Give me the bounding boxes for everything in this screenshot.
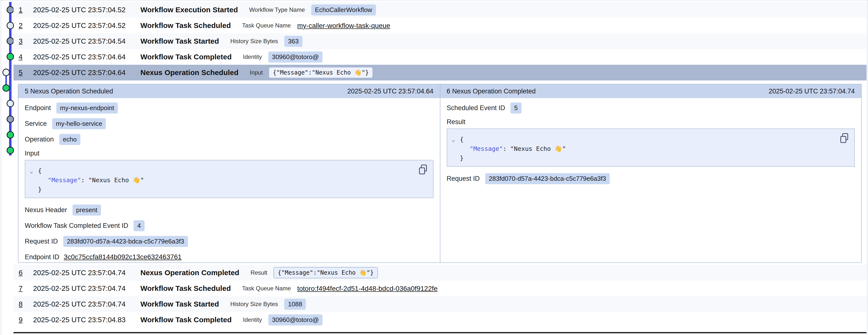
event-name: Workflow Task Scheduled <box>141 284 231 292</box>
timeline-dot-event-1[interactable] <box>7 6 14 13</box>
event-name: Nexus Operation Completed <box>141 269 239 277</box>
event-timestamp: 2025-02-25 UTC 23:57:04.52 <box>33 6 141 14</box>
event-field-label: Identity <box>243 53 262 60</box>
timeline-dot-event-7[interactable] <box>7 100 14 107</box>
field-label: Service <box>25 120 47 128</box>
request-id-badge: 283fd070-d57a-4423-bdca-c5c779e6a3f3 <box>485 173 610 184</box>
event-field-label: Workflow Type Name <box>249 6 305 13</box>
event-id-link[interactable]: 7 <box>19 284 27 292</box>
wtce-id-badge: 4 <box>133 220 144 231</box>
endpoint-field: Endpoint my-nexus-endpoint <box>25 102 434 114</box>
detail-timestamp: 2025-02-25 UTC 23:57:04.64 <box>347 88 433 95</box>
event-row-6[interactable]: 6 2025-02-25 UTC 23:57:04.74 Nexus Opera… <box>13 265 867 281</box>
detail-header-completed: 6 Nexus Operation Completed 2025-02-25 U… <box>440 84 861 98</box>
request-id-badge: 283fd070-d57a-4423-bdca-c5c779e6a3f3 <box>63 236 188 247</box>
detail-body-scheduled: Endpoint my-nexus-endpoint Service my-he… <box>19 98 440 267</box>
service-badge: my-hello-service <box>52 118 106 129</box>
copy-icon[interactable] <box>839 133 850 144</box>
field-label: Endpoint <box>25 104 51 112</box>
event-timestamp: 2025-02-25 UTC 23:57:04.83 <box>33 316 141 324</box>
detail-title: 6 Nexus Operation Completed <box>447 88 536 95</box>
endpoint-id-link[interactable]: 3c0c75ccfa8144b092c13ce632463761 <box>64 253 182 261</box>
event-name: Workflow Task Completed <box>141 316 231 324</box>
field-label: Operation <box>25 136 54 143</box>
detail-title: 5 Nexus Operation Scheduled <box>25 88 113 95</box>
chevron-down-icon[interactable]: ⌄ <box>30 166 33 175</box>
field-label: Workflow Task Completed Event ID <box>25 222 128 229</box>
event-field-label: Identity <box>243 316 262 323</box>
detail-panel-scheduled: 5 Nexus Operation Scheduled 2025-02-25 U… <box>19 84 440 262</box>
timeline-dot-event-2[interactable] <box>7 22 14 29</box>
detail-panel-completed: 6 Nexus Operation Completed 2025-02-25 U… <box>440 84 861 262</box>
workflow-type-badge: EchoCallerWorkflow <box>311 4 376 16</box>
operation-field: Operation echo <box>25 133 434 145</box>
event-name: Nexus Operation Scheduled <box>141 68 239 77</box>
json-open-brace: { <box>447 135 855 144</box>
event-id-link[interactable]: 5 <box>19 69 27 77</box>
task-queue-link[interactable]: totoro:f494fecf-2d51-4d48-bdcd-036a0f912… <box>297 285 438 292</box>
timeline-dot-event-5[interactable] <box>2 69 10 76</box>
field-label: Scheduled Event ID <box>447 104 505 112</box>
event-field-label: History Size Bytes <box>230 301 278 308</box>
event-row-7[interactable]: 7 2025-02-25 UTC 23:57:04.74 Workflow Ta… <box>13 281 867 296</box>
timeline-dot-event-6[interactable] <box>2 84 10 92</box>
endpoint-id-field: Endpoint ID 3c0c75ccfa8144b092c13ce63246… <box>25 251 434 263</box>
event-row-3[interactable]: 3 2025-02-25 UTC 23:57:04.54 Workflow Ta… <box>13 33 867 49</box>
timeline-dot-event-4[interactable] <box>7 53 14 60</box>
event-id-link[interactable]: 1 <box>19 6 27 14</box>
event-row-4[interactable]: 4 2025-02-25 UTC 23:57:04.64 Workflow Ta… <box>13 49 867 65</box>
event-timestamp: 2025-02-25 UTC 23:57:04.64 <box>33 53 141 61</box>
event-row-2[interactable]: 2 2025-02-25 UTC 23:57:04.52 Workflow Ta… <box>13 18 867 33</box>
field-label: Endpoint ID <box>25 253 59 261</box>
json-key: "Message" <box>48 176 81 184</box>
json-message-line: "Message": "Nexus Echo 👋" <box>447 144 855 153</box>
event-id-link[interactable]: 9 <box>19 316 27 324</box>
identity-badge: 30960@totoro@ <box>268 314 323 326</box>
scheduled-event-id-field: Scheduled Event ID 5 <box>447 102 855 114</box>
input-json-viewer: ⌄ { "Message": "Nexus Echo 👋" } <box>25 160 434 198</box>
event-detail-panel: 5 Nexus Operation Scheduled 2025-02-25 U… <box>18 84 862 263</box>
json-close-brace: } <box>447 153 855 163</box>
timeline-dot-event-3[interactable] <box>7 37 14 45</box>
result-json-viewer: ⌄ { "Message": "Nexus Echo 👋" } <box>447 129 855 167</box>
nexus-header-badge: present <box>72 204 101 216</box>
workflow-history-page: 1 2025-02-25 UTC 23:57:04.52 Workflow Ex… <box>0 0 868 335</box>
operation-badge: echo <box>59 134 81 145</box>
timeline-dot-event-10[interactable] <box>7 147 14 154</box>
history-size-badge: 363 <box>284 36 302 47</box>
chevron-down-icon[interactable]: ⌄ <box>452 135 455 144</box>
task-queue-link[interactable]: my-caller-workflow-task-queue <box>297 22 391 29</box>
service-field: Service my-hello-service <box>25 118 434 130</box>
event-name: Workflow Task Started <box>141 300 219 308</box>
event-row-5-selected[interactable]: 5 2025-02-25 UTC 23:57:04.64 Nexus Opera… <box>13 65 867 80</box>
event-id-link[interactable]: 6 <box>19 269 27 277</box>
page-left-border <box>1 0 1 335</box>
event-id-link[interactable]: 2 <box>19 22 27 30</box>
scheduled-event-id-badge: 5 <box>510 103 521 114</box>
event-row-8[interactable]: 8 2025-02-25 UTC 23:57:04.74 Workflow Ta… <box>13 296 867 312</box>
detail-body-completed: Scheduled Event ID 5 Result ⌄ { "Message… <box>440 98 861 188</box>
copy-icon[interactable] <box>417 164 429 175</box>
event-id-link[interactable]: 4 <box>19 53 27 61</box>
event-timestamp: 2025-02-25 UTC 23:57:04.54 <box>33 37 141 45</box>
event-timestamp: 2025-02-25 UTC 23:57:04.74 <box>33 300 141 308</box>
page-right-border <box>867 0 868 335</box>
event-row-1[interactable]: 1 2025-02-25 UTC 23:57:04.52 Workflow Ex… <box>13 2 867 18</box>
event-id-link[interactable]: 3 <box>19 37 27 45</box>
event-timestamp: 2025-02-25 UTC 23:57:04.74 <box>33 269 141 277</box>
event-timestamp: 2025-02-25 UTC 23:57:04.52 <box>33 22 141 30</box>
event-name: Workflow Task Scheduled <box>141 21 231 30</box>
event-row-9[interactable]: 9 2025-02-25 UTC 23:57:04.83 Workflow Ta… <box>13 312 867 328</box>
event-timestamp: 2025-02-25 UTC 23:57:04.74 <box>33 284 141 292</box>
timeline-dot-event-9[interactable] <box>7 131 14 139</box>
event-field-label: History Size Bytes <box>230 38 278 45</box>
nexus-header-field: Nexus Header present <box>25 204 434 216</box>
field-label: Request ID <box>25 238 58 245</box>
event-id-link[interactable]: 8 <box>19 300 27 308</box>
input-label: Input <box>25 149 434 158</box>
request-id-field: Request ID 283fd070-d57a-4423-bdca-c5c77… <box>25 235 434 247</box>
event-name: Workflow Task Completed <box>141 53 231 61</box>
timeline-dot-event-8[interactable] <box>7 115 14 123</box>
input-payload-badge: {"Message":"Nexus Echo 👋"} <box>269 67 372 78</box>
event-name: Workflow Execution Started <box>141 6 238 14</box>
